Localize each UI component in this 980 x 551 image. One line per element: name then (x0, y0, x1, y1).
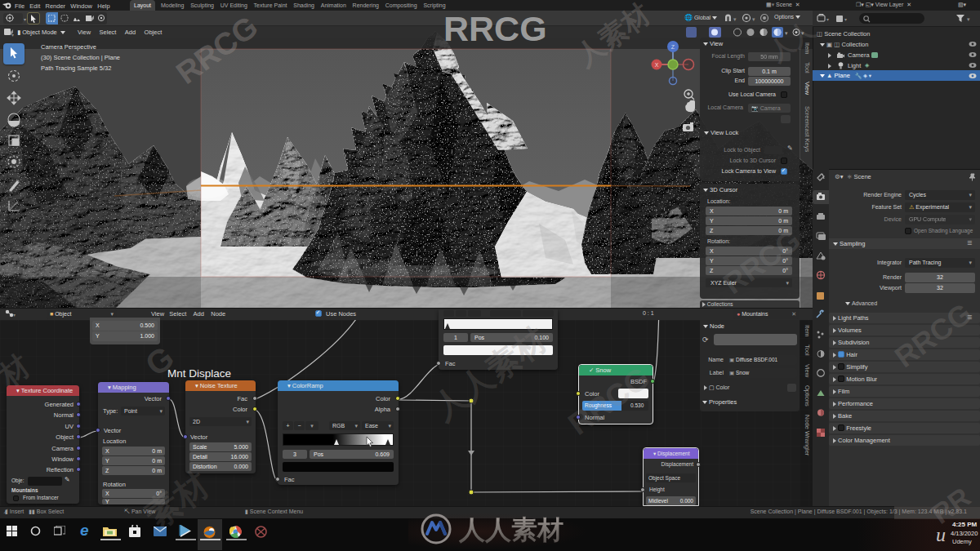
svg-text:▾: ▾ (844, 17, 847, 22)
svg-text:▾: ▾ (752, 16, 755, 22)
svg-text:X: X (655, 62, 659, 68)
svg-text:▾: ▾ (967, 16, 970, 22)
svg-text:▾: ▾ (11, 33, 14, 38)
svg-text:▾: ▾ (733, 16, 737, 22)
svg-text:▾: ▾ (13, 313, 16, 318)
svg-text:▾: ▾ (826, 17, 829, 22)
svg-text:Z: Z (671, 44, 675, 50)
